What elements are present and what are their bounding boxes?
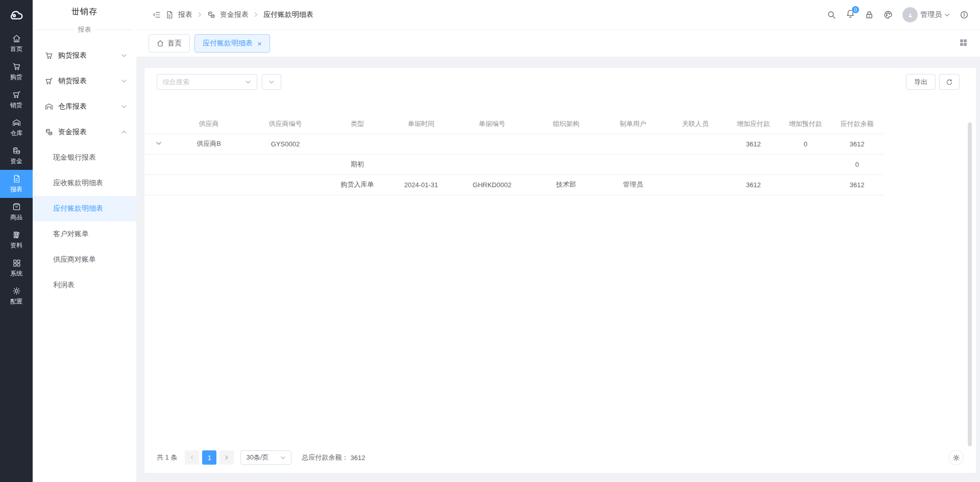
payable-balance-summary: 总应付款余额： 3612: [302, 453, 365, 462]
table-row: 期初 0: [144, 154, 884, 174]
cell-doc-date: [388, 134, 454, 154]
info-icon[interactable]: [960, 10, 969, 19]
refresh-icon: [946, 79, 953, 86]
menu-item-label: 应付账款明细表: [53, 204, 103, 213]
theme-palette-icon[interactable]: [884, 10, 893, 19]
cell-prepaid-increase: [780, 154, 830, 174]
cell-type: 期初: [326, 154, 388, 174]
report-card: 综合搜索 导出: [144, 68, 976, 473]
rail-item-home[interactable]: 首页: [0, 30, 33, 58]
app-root: 首页 购货 销货 仓库 资金 报表 商品 资料: [0, 0, 980, 482]
chevron-right-icon: [197, 11, 203, 19]
search-select[interactable]: 综合搜索: [157, 74, 257, 90]
pagination-page-1[interactable]: 1: [202, 450, 216, 465]
expand-filters-button[interactable]: [262, 74, 281, 90]
export-button[interactable]: 导出: [906, 74, 936, 90]
toolbar-actions: 导出: [906, 74, 960, 90]
cell-payable-increase: [726, 154, 780, 174]
cell-related-person: [664, 174, 726, 195]
tab-label: 首页: [167, 39, 182, 48]
chevron-down-icon: [156, 140, 162, 146]
rail-item-data[interactable]: 资料: [0, 226, 33, 254]
chevron-down-icon: [944, 12, 950, 18]
menu-group-label: 销货报表: [58, 77, 87, 86]
rail-item-label: 购货: [10, 73, 22, 82]
expand-column-header: [144, 115, 173, 134]
tab-label: 应付账款明细表: [203, 39, 253, 48]
breadcrumb-level2[interactable]: 资金报表: [220, 10, 249, 19]
breadcrumb-level3: 应付账款明细表: [263, 10, 313, 19]
menu-item-receivable-detail[interactable]: 应收账款明细表: [33, 170, 136, 196]
warehouse-icon: [12, 118, 21, 127]
menu-group-warehouse-reports[interactable]: 仓库报表: [33, 94, 136, 119]
notifications-button[interactable]: 0: [846, 9, 855, 20]
cell-doc-number: [454, 154, 530, 174]
page-size-value: 30条/页: [246, 453, 268, 462]
cloud-logo-icon: [8, 6, 25, 23]
main-area: 报表 资金报表 应付账款明细表 0 管理员: [136, 0, 980, 482]
rail-item-label: 资料: [10, 241, 22, 250]
cell-org: [530, 134, 602, 154]
collapse-menu-icon[interactable]: [153, 11, 161, 19]
cell-supplier-code: [244, 174, 326, 195]
row-expand-toggle[interactable]: [144, 134, 173, 154]
lock-icon[interactable]: [865, 10, 874, 19]
column-header: 组织架构: [530, 115, 602, 134]
rail-item-purchase[interactable]: 购货: [0, 58, 33, 86]
menu-item-customer-statement[interactable]: 客户对账单: [33, 221, 136, 247]
app-logo[interactable]: [0, 0, 33, 30]
cell-org: 技术部: [530, 174, 602, 195]
search-placeholder: 综合搜索: [163, 78, 189, 87]
sales-cart-icon: [45, 77, 53, 85]
cell-payable-balance: 3612: [830, 134, 884, 154]
cell-payable-increase: 3612: [726, 134, 780, 154]
table-settings-button[interactable]: [948, 450, 964, 465]
menu-item-payable-detail[interactable]: 应付账款明细表: [33, 196, 136, 221]
tab-layout-grid-icon[interactable]: [959, 38, 968, 49]
cell-creator: 管理员: [602, 174, 664, 195]
refresh-button[interactable]: [939, 74, 960, 90]
home-icon: [12, 34, 21, 43]
header-actions: 0 管理员: [827, 7, 969, 22]
pagination-prev-button[interactable]: [185, 450, 199, 465]
rail-item-system[interactable]: 系统: [0, 254, 33, 282]
purchase-cart-icon: [45, 52, 53, 60]
chevron-right-icon: [253, 11, 259, 19]
tab-home[interactable]: 首页: [149, 34, 190, 53]
chevron-left-icon: [189, 455, 194, 460]
chevron-down-icon: [245, 79, 251, 85]
column-header: 增加预付款: [780, 115, 830, 134]
rail-item-funds[interactable]: 资金: [0, 142, 33, 170]
notification-badge: 0: [851, 6, 860, 14]
funds-icon: [207, 11, 215, 19]
search-icon[interactable]: [827, 10, 836, 19]
cell-supplier-code: [244, 154, 326, 174]
table-scrollbar[interactable]: [968, 122, 972, 446]
rail-item-label: 资金: [10, 157, 22, 166]
user-menu[interactable]: 管理员: [902, 7, 950, 22]
menu-group-sales-reports[interactable]: 销货报表: [33, 68, 136, 94]
cell-supplier: [173, 154, 244, 174]
menu-group-purchase-reports[interactable]: 购货报表: [33, 43, 136, 68]
rail-item-sales[interactable]: 销货: [0, 86, 33, 114]
column-header: 类型: [326, 115, 388, 134]
menu-group-funds-reports[interactable]: 资金报表: [33, 119, 136, 145]
sales-cart-icon: [12, 90, 21, 99]
chevron-down-icon: [121, 53, 127, 59]
menu-item-supplier-statement[interactable]: 供应商对账单: [33, 247, 136, 272]
breadcrumb-level1[interactable]: 报表: [178, 10, 192, 19]
menu-item-cash-bank-report[interactable]: 现金银行报表: [33, 145, 136, 170]
rail-item-goods[interactable]: 商品: [0, 198, 33, 226]
page-size-select[interactable]: 30条/页: [240, 450, 291, 465]
rail-item-config[interactable]: 配置: [0, 282, 33, 310]
pagination-next-button[interactable]: [219, 450, 234, 465]
rail-item-reports[interactable]: 报表: [0, 170, 33, 198]
menu-item-label: 客户对账单: [53, 230, 89, 239]
menu-item-profit-report[interactable]: 利润表: [33, 272, 136, 298]
close-icon[interactable]: ×: [257, 40, 262, 47]
rail-item-warehouse[interactable]: 仓库: [0, 114, 33, 142]
rail-item-label: 首页: [10, 45, 22, 54]
rail-item-label: 仓库: [10, 129, 22, 138]
page-content: 综合搜索 导出: [136, 57, 980, 482]
tab-payable-detail[interactable]: 应付账款明细表 ×: [194, 34, 270, 53]
